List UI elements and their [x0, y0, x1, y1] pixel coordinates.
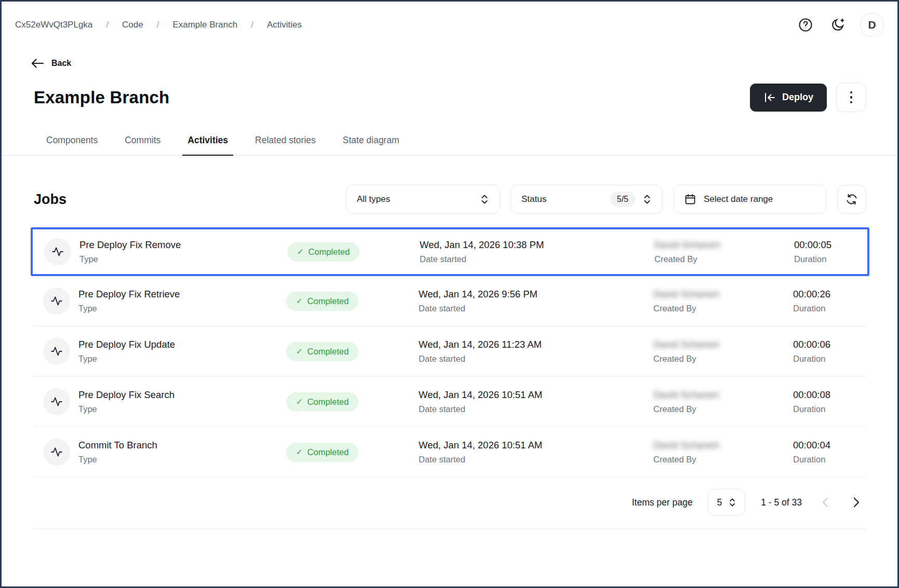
- back-arrow-icon: [31, 58, 44, 69]
- job-name: Pre Deploy Fix Remove: [79, 239, 287, 251]
- job-type-label: Type: [78, 455, 286, 464]
- deploy-button[interactable]: Deploy: [750, 84, 827, 112]
- activity-icon: [44, 238, 71, 265]
- help-icon: [798, 17, 813, 33]
- breadcrumb-item: Activities: [267, 20, 302, 30]
- date-started-label: Date started: [419, 455, 653, 464]
- moon-plus-icon: [830, 17, 846, 33]
- job-type-label: Type: [78, 404, 286, 414]
- help-button[interactable]: [796, 15, 815, 35]
- items-per-page-select[interactable]: 5: [708, 489, 745, 516]
- breadcrumb-separator: /: [157, 20, 159, 30]
- duration-label: Duration: [793, 304, 865, 313]
- refresh-icon: [846, 193, 858, 206]
- previous-page-button[interactable]: [817, 495, 833, 510]
- job-duration: 00:00:26: [793, 289, 865, 300]
- created-by-label: Created By: [653, 354, 791, 364]
- chevron-updown-icon: [642, 194, 652, 205]
- job-name: Commit To Branch: [78, 440, 286, 451]
- chevron-left-icon: [822, 497, 829, 508]
- job-type-label: Type: [79, 254, 287, 264]
- pagination: Items per page 5 1 - 5 of 33: [34, 477, 866, 529]
- breadcrumb-item[interactable]: Cx52eWvQt3PLgka: [15, 20, 92, 30]
- status-badge: ✓ Completed: [286, 392, 358, 412]
- status-filter-select[interactable]: Status 5/5: [511, 185, 663, 214]
- table-row[interactable]: Pre Deploy Fix Retrieve Type ✓ Completed…: [34, 276, 866, 326]
- status-filter-label: Status: [521, 194, 546, 204]
- topbar-actions: D: [796, 13, 884, 37]
- back-link[interactable]: Back: [2, 46, 897, 69]
- table-row[interactable]: Pre Deploy Fix Search Type ✓ Completed W…: [34, 377, 866, 427]
- check-icon: ✓: [296, 347, 303, 356]
- status-badge: ✓ Completed: [287, 242, 359, 262]
- job-duration: 00:00:05: [794, 239, 864, 251]
- pagination-range: 1 - 5 of 33: [761, 497, 802, 508]
- breadcrumb-item[interactable]: Example Branch: [172, 20, 237, 30]
- status-badge: ✓ Completed: [286, 342, 358, 361]
- check-icon: ✓: [296, 397, 303, 406]
- deploy-label: Deploy: [782, 92, 813, 103]
- status-count-badge: 5/5: [610, 192, 635, 207]
- page-title: Example Branch: [34, 88, 169, 107]
- table-row[interactable]: Commit To Branch Type ✓ Completed Wed, J…: [34, 427, 866, 477]
- tab-commits[interactable]: Commits: [124, 130, 162, 155]
- job-duration: 00:00:06: [793, 339, 865, 350]
- avatar[interactable]: D: [860, 13, 884, 37]
- created-by-label: Created By: [653, 455, 791, 464]
- job-duration: 00:00:08: [793, 389, 865, 401]
- refresh-button[interactable]: [837, 185, 866, 214]
- topbar: Cx52eWvQt3PLgka/Code/Example Branch/Acti…: [2, 2, 897, 46]
- job-name: Pre Deploy Fix Retrieve: [78, 289, 286, 300]
- tab-related-stories[interactable]: Related stories: [254, 130, 317, 155]
- type-filter-value: All types: [357, 194, 390, 204]
- tab-activities[interactable]: Activities: [186, 130, 229, 155]
- job-duration: 00:00:04: [793, 440, 865, 451]
- jobs-heading: Jobs: [34, 192, 66, 208]
- date-started-label: Date started: [419, 304, 653, 313]
- date-started-label: Date started: [420, 254, 654, 264]
- created-by-label: Created By: [654, 254, 792, 264]
- tab-state-diagram[interactable]: State diagram: [342, 130, 400, 155]
- created-by-label: Created By: [653, 404, 791, 414]
- items-per-page-value: 5: [717, 497, 722, 508]
- status-badge: ✓ Completed: [286, 292, 358, 311]
- created-by-blurred: David Schanert: [654, 239, 792, 251]
- activity-icon: [43, 338, 70, 365]
- check-icon: ✓: [296, 296, 303, 306]
- created-by-label: Created By: [653, 304, 791, 313]
- job-type-label: Type: [78, 354, 286, 364]
- date-range-picker[interactable]: Select date range: [673, 185, 827, 214]
- job-date-started: Wed, Jan 14, 2026 11:23 AM: [419, 339, 653, 350]
- kebab-icon: [850, 91, 853, 104]
- job-date-started: Wed, Jan 14, 2026 10:51 AM: [419, 389, 653, 401]
- jobs-table: Pre Deploy Fix Remove Type ✓ Completed W…: [34, 227, 866, 477]
- chevron-updown-icon: [728, 497, 736, 508]
- duration-label: Duration: [793, 354, 865, 364]
- job-date-started: Wed, Jan 14, 2026 10:51 AM: [419, 440, 653, 451]
- items-per-page-label: Items per page: [632, 497, 693, 508]
- date-range-placeholder: Select date range: [704, 194, 773, 204]
- job-name: Pre Deploy Fix Update: [78, 339, 286, 350]
- breadcrumb-separator: /: [106, 20, 109, 30]
- breadcrumb-item[interactable]: Code: [122, 20, 143, 30]
- next-page-button[interactable]: [849, 495, 864, 510]
- job-name: Pre Deploy Fix Search: [78, 389, 286, 401]
- tab-components[interactable]: Components: [45, 130, 99, 155]
- deploy-icon: [763, 92, 776, 103]
- calendar-icon: [684, 193, 696, 206]
- table-row[interactable]: Pre Deploy Fix Remove Type ✓ Completed W…: [31, 227, 869, 276]
- table-row[interactable]: Pre Deploy Fix Update Type ✓ Completed W…: [34, 326, 866, 377]
- title-row: Example Branch Deploy: [2, 69, 897, 112]
- date-started-label: Date started: [419, 354, 653, 364]
- duration-label: Duration: [794, 254, 864, 264]
- type-filter-select[interactable]: All types: [346, 185, 500, 214]
- title-actions: Deploy: [750, 83, 866, 112]
- back-label: Back: [51, 59, 71, 68]
- chevron-right-icon: [853, 497, 860, 508]
- dark-mode-button[interactable]: [828, 15, 848, 35]
- more-options-button[interactable]: [836, 83, 866, 112]
- created-by-blurred: David Schanert: [653, 440, 791, 451]
- created-by-blurred: David Schanert: [653, 339, 791, 350]
- activity-icon: [43, 388, 70, 415]
- created-by-blurred: David Schanert: [653, 389, 791, 401]
